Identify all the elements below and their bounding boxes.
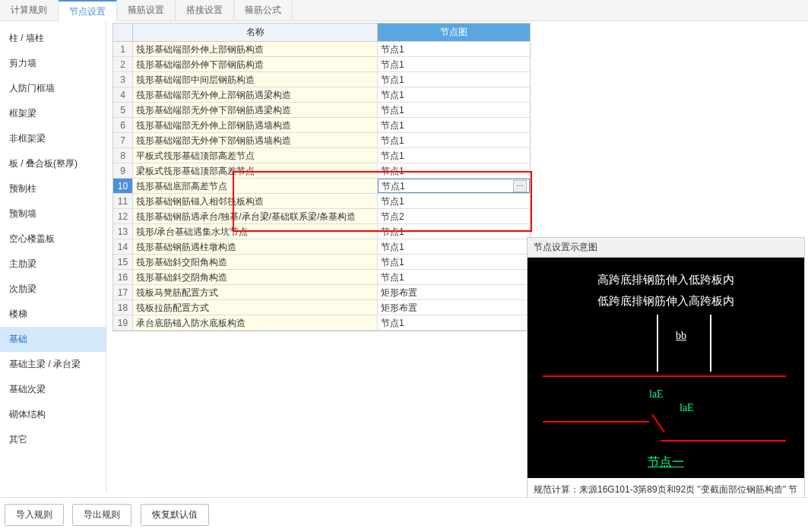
table-row[interactable]: 11筏形基础钢筋锚入相邻筏板构造节点1 <box>113 194 530 209</box>
sidebar-item-1[interactable]: 剪力墙 <box>0 51 106 76</box>
sidebar-item-13[interactable]: 基础主梁 / 承台梁 <box>0 352 106 377</box>
col-node: 节点图 <box>378 24 530 41</box>
sidebar-item-16[interactable]: 其它 <box>0 427 106 452</box>
sidebar-item-15[interactable]: 砌体结构 <box>0 402 106 427</box>
preview-title: 节点设置示意图 <box>528 238 804 258</box>
table-row[interactable]: 8平板式筏形基础顶部高差节点节点1 <box>113 148 530 163</box>
table-row[interactable]: 6筏形基础端部无外伸上部钢筋遇墙构造节点1 <box>113 118 530 133</box>
table-row[interactable]: 7筏形基础端部无外伸下部钢筋遇墙构造节点1 <box>113 133 530 148</box>
import-button[interactable]: 导入规则 <box>5 504 64 526</box>
table-row[interactable]: 3筏形基础端部中间层钢筋构造节点1 <box>113 72 530 87</box>
tab-calc-rule[interactable]: 计算规则 <box>0 0 59 21</box>
preview-panel: 节点设置示意图 高跨底排钢筋伸入低跨板内 低跨底排钢筋伸入高跨板内 bb laE… <box>527 237 805 529</box>
sidebar-item-12[interactable]: 基础 <box>0 327 106 352</box>
sidebar-item-14[interactable]: 基础次梁 <box>0 377 106 402</box>
sidebar-item-4[interactable]: 非框架梁 <box>0 126 106 151</box>
more-icon[interactable]: ⋯ <box>513 180 527 192</box>
tab-lap-setting[interactable]: 搭接设置 <box>176 0 234 21</box>
sidebar-item-2[interactable]: 人防门框墙 <box>0 76 106 101</box>
tab-stirrup-setting[interactable]: 箍筋设置 <box>117 0 176 21</box>
sidebar-item-7[interactable]: 预制墙 <box>0 201 106 226</box>
table-row[interactable]: 5筏形基础端部无外伸下部钢筋遇梁构造节点1 <box>113 103 530 118</box>
table-row[interactable]: 16筏形基础斜交阴角构造节点1 <box>113 270 530 285</box>
table-row[interactable]: 13筏形/承台基础遇集水坑节点节点1 <box>113 224 530 239</box>
col-name: 名称 <box>133 24 378 41</box>
node-grid: 名称 节点图 1筏形基础端部外伸上部钢筋构造节点12筏形基础端部外伸下部钢筋构造… <box>112 23 531 331</box>
sidebar-item-9[interactable]: 主肋梁 <box>0 252 106 277</box>
sidebar-item-5[interactable]: 板 / 叠合板(整厚) <box>0 151 106 176</box>
sidebar-item-8[interactable]: 空心楼盖板 <box>0 226 106 252</box>
table-row[interactable]: 18筏板拉筋配置方式矩形布置 <box>113 300 530 315</box>
table-row[interactable]: 12筏形基础钢筋遇承台/独基/承台梁/基础联系梁/条基构造节点2 <box>113 209 530 224</box>
preview-diagram: 高跨底排钢筋伸入低跨板内 低跨底排钢筋伸入高跨板内 bb laE laE 节点一 <box>528 258 804 478</box>
tab-bar: 计算规则 节点设置 箍筋设置 搭接设置 箍筋公式 <box>0 0 808 21</box>
sidebar-item-10[interactable]: 次肋梁 <box>0 277 106 302</box>
tab-stirrup-formula[interactable]: 箍筋公式 <box>234 0 293 21</box>
table-row[interactable]: 19承台底筋锚入防水底板构造节点1 <box>113 315 530 331</box>
table-row[interactable]: 1筏形基础端部外伸上部钢筋构造节点1 <box>113 42 530 57</box>
export-button[interactable]: 导出规则 <box>72 504 131 526</box>
table-row[interactable]: 2筏形基础端部外伸下部钢筋构造节点1 <box>113 57 530 72</box>
table-row[interactable]: 17筏板马凳筋配置方式矩形布置 <box>113 285 530 300</box>
table-row[interactable]: 10筏形基础底部高差节点节点1⋯ <box>113 179 530 194</box>
sidebar-item-0[interactable]: 柱 / 墙柱 <box>0 26 106 51</box>
reset-button[interactable]: 恢复默认值 <box>141 504 209 526</box>
table-row[interactable]: 9梁板式筏形基础顶部高差节点节点1 <box>113 163 530 179</box>
table-row[interactable]: 14筏形基础钢筋遇柱墩构造节点1 <box>113 239 530 255</box>
footer-bar: 导入规则 导出规则 恢复默认值 <box>0 497 808 532</box>
table-row[interactable]: 4筏形基础端部无外伸上部钢筋遇梁构造节点1 <box>113 87 530 103</box>
sidebar-item-11[interactable]: 楼梯 <box>0 302 106 327</box>
sidebar-item-3[interactable]: 框架梁 <box>0 101 106 126</box>
table-row[interactable]: 15筏形基础斜交阳角构造节点1 <box>113 255 530 270</box>
category-sidebar: 柱 / 墙柱剪力墙人防门框墙框架梁非框架梁板 / 叠合板(整厚)预制柱预制墙空心… <box>0 21 106 492</box>
tab-node-setting[interactable]: 节点设置 <box>59 0 117 21</box>
sidebar-item-6[interactable]: 预制柱 <box>0 176 106 201</box>
